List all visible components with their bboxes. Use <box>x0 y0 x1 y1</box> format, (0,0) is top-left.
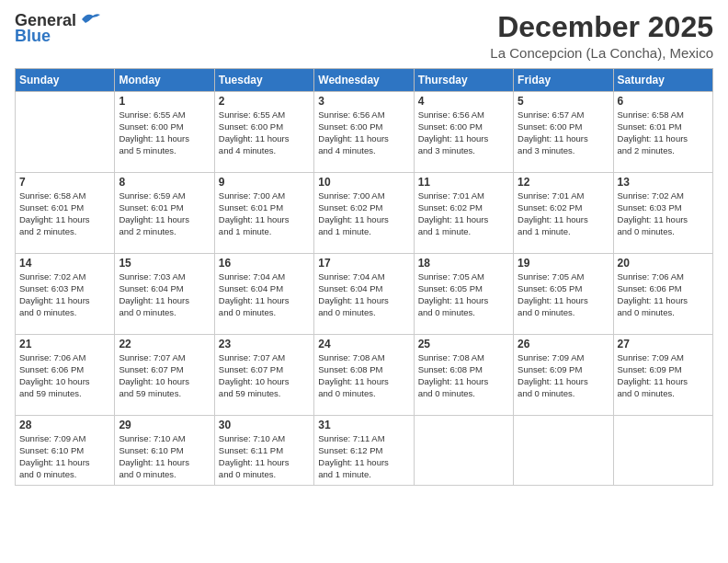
day-number: 25 <box>418 338 509 350</box>
day-number: 31 <box>318 419 409 431</box>
logo: General Blue <box>15 11 100 46</box>
calendar-cell: 27Sunrise: 7:09 AM Sunset: 6:09 PM Dayli… <box>613 335 712 416</box>
day-info: Sunrise: 6:58 AM Sunset: 6:01 PM Dayligh… <box>618 109 709 156</box>
calendar-header-row: SundayMondayTuesdayWednesdayThursdayFrid… <box>16 69 713 92</box>
calendar-cell: 23Sunrise: 7:07 AM Sunset: 6:07 PM Dayli… <box>214 335 313 416</box>
day-number: 13 <box>618 176 709 189</box>
day-info: Sunrise: 7:03 AM Sunset: 6:04 PM Dayligh… <box>119 271 210 318</box>
calendar-cell <box>514 416 613 486</box>
day-number: 8 <box>119 176 210 189</box>
calendar-cell: 3Sunrise: 6:56 AM Sunset: 6:00 PM Daylig… <box>314 92 414 173</box>
calendar-dow-sunday: Sunday <box>16 69 115 92</box>
day-info: Sunrise: 7:02 AM Sunset: 6:03 PM Dayligh… <box>618 190 709 237</box>
calendar-cell: 12Sunrise: 7:01 AM Sunset: 6:02 PM Dayli… <box>514 173 613 254</box>
day-number: 12 <box>518 176 609 189</box>
calendar-cell: 2Sunrise: 6:55 AM Sunset: 6:00 PM Daylig… <box>214 92 313 173</box>
day-info: Sunrise: 7:00 AM Sunset: 6:01 PM Dayligh… <box>219 190 310 237</box>
day-number: 4 <box>418 95 509 108</box>
calendar-cell: 15Sunrise: 7:03 AM Sunset: 6:04 PM Dayli… <box>115 254 214 335</box>
day-info: Sunrise: 6:55 AM Sunset: 6:00 PM Dayligh… <box>219 109 310 156</box>
day-info: Sunrise: 6:57 AM Sunset: 6:00 PM Dayligh… <box>518 109 609 156</box>
day-info: Sunrise: 7:08 AM Sunset: 6:08 PM Dayligh… <box>318 352 409 399</box>
day-number: 22 <box>119 338 210 350</box>
calendar-cell: 7Sunrise: 6:58 AM Sunset: 6:01 PM Daylig… <box>16 173 115 254</box>
calendar-cell: 13Sunrise: 7:02 AM Sunset: 6:03 PM Dayli… <box>613 173 712 254</box>
calendar-cell: 30Sunrise: 7:10 AM Sunset: 6:11 PM Dayli… <box>214 416 313 486</box>
day-info: Sunrise: 7:05 AM Sunset: 6:05 PM Dayligh… <box>518 271 609 318</box>
day-info: Sunrise: 7:07 AM Sunset: 6:07 PM Dayligh… <box>119 352 210 399</box>
calendar-cell <box>414 416 513 486</box>
day-info: Sunrise: 6:56 AM Sunset: 6:00 PM Dayligh… <box>418 109 509 156</box>
day-info: Sunrise: 7:06 AM Sunset: 6:06 PM Dayligh… <box>618 271 709 318</box>
logo-blue: Blue <box>15 27 51 46</box>
day-number: 2 <box>219 95 310 108</box>
day-info: Sunrise: 6:56 AM Sunset: 6:00 PM Dayligh… <box>318 109 409 156</box>
day-info: Sunrise: 7:01 AM Sunset: 6:02 PM Dayligh… <box>518 190 609 237</box>
calendar-dow-saturday: Saturday <box>613 69 712 92</box>
day-info: Sunrise: 7:00 AM Sunset: 6:02 PM Dayligh… <box>318 190 409 237</box>
day-number: 26 <box>518 338 609 350</box>
calendar-cell <box>16 92 115 173</box>
calendar-cell: 10Sunrise: 7:00 AM Sunset: 6:02 PM Dayli… <box>314 173 414 254</box>
day-info: Sunrise: 7:11 AM Sunset: 6:12 PM Dayligh… <box>318 433 409 480</box>
calendar-cell: 17Sunrise: 7:04 AM Sunset: 6:04 PM Dayli… <box>314 254 414 335</box>
calendar-cell: 5Sunrise: 6:57 AM Sunset: 6:00 PM Daylig… <box>514 92 613 173</box>
calendar-cell: 18Sunrise: 7:05 AM Sunset: 6:05 PM Dayli… <box>414 254 513 335</box>
calendar-cell: 26Sunrise: 7:09 AM Sunset: 6:09 PM Dayli… <box>514 335 613 416</box>
day-info: Sunrise: 7:04 AM Sunset: 6:04 PM Dayligh… <box>219 271 310 318</box>
day-info: Sunrise: 6:59 AM Sunset: 6:01 PM Dayligh… <box>119 190 210 237</box>
calendar-cell <box>613 416 712 486</box>
day-number: 18 <box>418 257 509 270</box>
day-info: Sunrise: 7:01 AM Sunset: 6:02 PM Dayligh… <box>418 190 509 237</box>
day-number: 19 <box>518 257 609 270</box>
day-number: 24 <box>318 338 409 350</box>
day-info: Sunrise: 7:05 AM Sunset: 6:05 PM Dayligh… <box>418 271 509 318</box>
day-info: Sunrise: 7:07 AM Sunset: 6:07 PM Dayligh… <box>219 352 310 399</box>
day-number: 20 <box>618 257 709 270</box>
calendar-cell: 29Sunrise: 7:10 AM Sunset: 6:10 PM Dayli… <box>115 416 214 486</box>
calendar-cell: 22Sunrise: 7:07 AM Sunset: 6:07 PM Dayli… <box>115 335 214 416</box>
calendar-cell: 28Sunrise: 7:09 AM Sunset: 6:10 PM Dayli… <box>16 416 115 486</box>
day-number: 11 <box>418 176 509 189</box>
day-number: 30 <box>219 419 310 431</box>
calendar-cell: 9Sunrise: 7:00 AM Sunset: 6:01 PM Daylig… <box>214 173 313 254</box>
calendar-dow-wednesday: Wednesday <box>314 69 414 92</box>
day-number: 21 <box>19 338 110 350</box>
day-number: 7 <box>19 176 110 189</box>
calendar-cell: 21Sunrise: 7:06 AM Sunset: 6:06 PM Dayli… <box>16 335 115 416</box>
day-info: Sunrise: 7:09 AM Sunset: 6:09 PM Dayligh… <box>518 352 609 399</box>
day-number: 6 <box>618 95 709 108</box>
day-info: Sunrise: 6:55 AM Sunset: 6:00 PM Dayligh… <box>119 109 210 156</box>
calendar-cell: 1Sunrise: 6:55 AM Sunset: 6:00 PM Daylig… <box>115 92 214 173</box>
calendar-cell: 11Sunrise: 7:01 AM Sunset: 6:02 PM Dayli… <box>414 173 513 254</box>
day-info: Sunrise: 7:08 AM Sunset: 6:08 PM Dayligh… <box>418 352 509 399</box>
calendar-dow-tuesday: Tuesday <box>214 69 313 92</box>
day-info: Sunrise: 7:06 AM Sunset: 6:06 PM Dayligh… <box>19 352 110 399</box>
page: General Blue December 2025 La Concepcion… <box>0 0 728 563</box>
day-info: Sunrise: 7:10 AM Sunset: 6:10 PM Dayligh… <box>119 433 210 480</box>
day-number: 3 <box>318 95 409 108</box>
calendar-cell: 8Sunrise: 6:59 AM Sunset: 6:01 PM Daylig… <box>115 173 214 254</box>
day-number: 29 <box>119 419 210 431</box>
day-number: 23 <box>219 338 310 350</box>
day-number: 16 <box>219 257 310 270</box>
day-number: 1 <box>119 95 210 108</box>
title-area: December 2025 La Concepcion (La Concha),… <box>490 11 713 61</box>
location-subtitle: La Concepcion (La Concha), Mexico <box>490 45 713 61</box>
day-info: Sunrise: 7:09 AM Sunset: 6:09 PM Dayligh… <box>618 352 709 399</box>
day-number: 28 <box>19 419 110 431</box>
day-number: 27 <box>618 338 709 350</box>
day-number: 17 <box>318 257 409 270</box>
calendar-dow-monday: Monday <box>115 69 214 92</box>
calendar-cell: 25Sunrise: 7:08 AM Sunset: 6:08 PM Dayli… <box>414 335 513 416</box>
calendar-dow-thursday: Thursday <box>414 69 513 92</box>
day-info: Sunrise: 7:09 AM Sunset: 6:10 PM Dayligh… <box>19 433 110 480</box>
logo-bird-icon <box>80 12 100 27</box>
day-info: Sunrise: 6:58 AM Sunset: 6:01 PM Dayligh… <box>19 190 110 237</box>
day-number: 14 <box>19 257 110 270</box>
calendar-cell: 16Sunrise: 7:04 AM Sunset: 6:04 PM Dayli… <box>214 254 313 335</box>
month-title: December 2025 <box>490 11 713 43</box>
calendar-dow-friday: Friday <box>514 69 613 92</box>
calendar-cell: 19Sunrise: 7:05 AM Sunset: 6:05 PM Dayli… <box>514 254 613 335</box>
day-number: 5 <box>518 95 609 108</box>
